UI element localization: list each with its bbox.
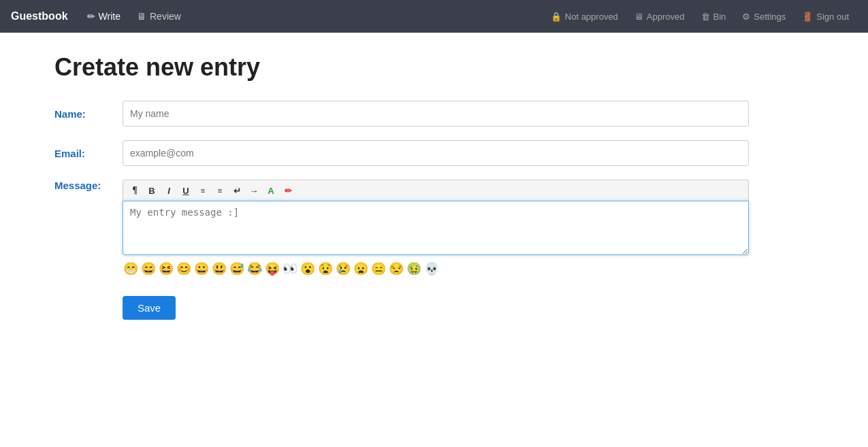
toolbar-pencil[interactable]: ✏ [280, 183, 295, 198]
message-toolbar: ¶ B I U ≡ ≡ ↵ → A ✏ [123, 180, 749, 201]
approved-label: Approved [647, 12, 685, 22]
email-label: Email: [54, 148, 123, 159]
toolbar-para[interactable]: ¶ [127, 183, 142, 198]
nav-settings[interactable]: ⚙ Settings [734, 0, 794, 33]
not-approved-label: Not approved [565, 12, 618, 22]
review-icon: 🖥 [137, 11, 146, 22]
toolbar-bold[interactable]: B [144, 183, 159, 198]
toolbar-underline[interactable]: U [178, 183, 193, 198]
nav-sign-out[interactable]: 🚪 Sign out [794, 0, 857, 33]
approved-icon: 🖥 [634, 12, 643, 22]
toolbar-align-right[interactable]: ≡ [212, 183, 227, 198]
emoji-frowning[interactable]: 😦 [353, 262, 369, 276]
emoji-smile[interactable]: 😄 [140, 262, 157, 276]
navbar: Guestbook ✏ Write 🖥 Review 🔒 Not approve… [0, 0, 868, 33]
message-label: Message: [54, 180, 123, 191]
emoji-grinning[interactable]: 😀 [193, 262, 210, 276]
nav-bin[interactable]: 🗑 Bin [693, 0, 735, 33]
email-input[interactable] [123, 140, 749, 166]
toolbar-green-a[interactable]: A [263, 183, 278, 198]
emoji-eyes[interactable]: 👀 [282, 262, 298, 276]
main-content: Cretate new entry Name: Email: Message: … [0, 33, 868, 340]
bin-icon: 🗑 [701, 12, 710, 22]
name-label: Name: [54, 108, 123, 120]
nav-write[interactable]: ✏ Write [79, 0, 129, 33]
emoji-stuck-out-tongue[interactable]: 😝 [264, 262, 280, 276]
nav-review-label: Review [150, 11, 181, 22]
emoji-expressionless[interactable]: 😑 [370, 262, 387, 276]
emoji-grin[interactable]: 😁 [123, 262, 139, 276]
emoji-joy[interactable]: 😂 [246, 262, 263, 276]
emoji-skull[interactable]: 💀 [423, 262, 440, 276]
write-icon: ✏ [87, 11, 95, 22]
sign-out-label: Sign out [816, 12, 849, 22]
toolbar-arrow[interactable]: → [246, 183, 261, 198]
nav-write-label: Write [99, 11, 120, 22]
message-input[interactable] [123, 201, 749, 255]
message-container: ¶ B I U ≡ ≡ ↵ → A ✏ 😁 😄 😆 😊 😀 😃 [123, 180, 749, 276]
message-row: Message: ¶ B I U ≡ ≡ ↵ → A ✏ 😁 😄 😆 [54, 180, 814, 276]
name-row: Name: [54, 101, 814, 127]
sign-out-icon: 🚪 [802, 12, 813, 22]
toolbar-italic[interactable]: I [161, 183, 176, 198]
settings-label: Settings [754, 12, 786, 22]
emoji-row: 😁 😄 😆 😊 😀 😃 😅 😂 😝 👀 😮 😧 😢 😦 😑 😒 🤢 💀 [123, 262, 749, 276]
emoji-laugh[interactable]: 😆 [158, 262, 174, 276]
nav-right: 🔒 Not approved 🖥 Approved 🗑 Bin ⚙ Settin… [543, 0, 857, 33]
settings-icon: ⚙ [742, 12, 750, 22]
nav-not-approved[interactable]: 🔒 Not approved [543, 0, 626, 33]
emoji-nauseated[interactable]: 🤢 [406, 262, 422, 276]
nav-approved[interactable]: 🖥 Approved [626, 0, 693, 33]
email-row: Email: [54, 140, 814, 166]
nav-review[interactable]: 🖥 Review [129, 0, 189, 33]
emoji-open-mouth[interactable]: 😮 [300, 262, 316, 276]
emoji-smiley[interactable]: 😃 [211, 262, 227, 276]
name-input[interactable] [123, 101, 749, 127]
emoji-anguished[interactable]: 😧 [317, 262, 334, 276]
app-brand: Guestbook [11, 10, 68, 22]
toolbar-align-center[interactable]: ≡ [195, 183, 210, 198]
emoji-blush[interactable]: 😊 [176, 262, 192, 276]
save-row: Save [123, 289, 814, 320]
page-title: Cretate new entry [54, 53, 814, 82]
emoji-cry[interactable]: 😢 [335, 262, 351, 276]
not-approved-icon: 🔒 [551, 12, 562, 22]
save-button[interactable]: Save [123, 296, 176, 320]
emoji-sweat-smile[interactable]: 😅 [229, 262, 245, 276]
bin-label: Bin [713, 12, 726, 22]
emoji-unamused[interactable]: 😒 [388, 262, 404, 276]
toolbar-linebreak[interactable]: ↵ [229, 183, 244, 198]
